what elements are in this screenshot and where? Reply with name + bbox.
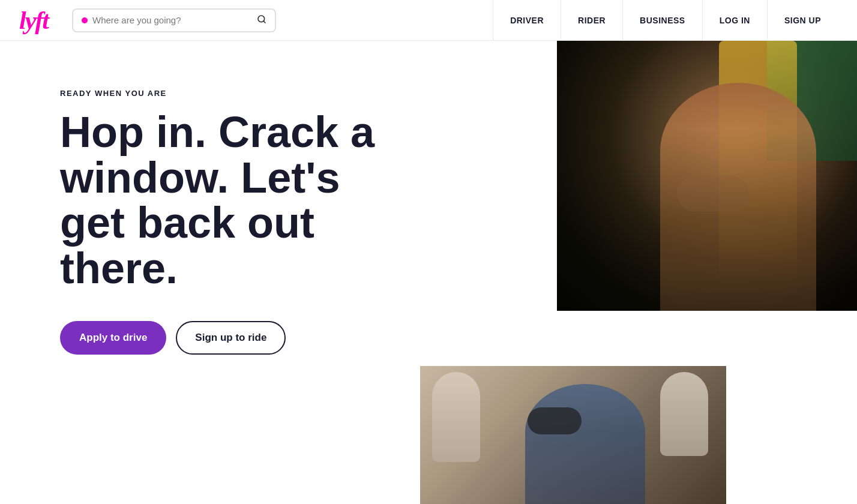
search-submit-button[interactable]	[257, 14, 266, 26]
svg-line-1	[263, 21, 265, 23]
search-input[interactable]	[92, 15, 252, 25]
nav-business[interactable]: BUSINESS	[622, 0, 702, 41]
logo[interactable]: lyft	[19, 8, 48, 33]
header: lyft DRIVER RIDER BUSINESS LOG IN SIGN U…	[0, 0, 857, 41]
nav-signup[interactable]: SIGN UP	[767, 0, 838, 41]
nav-driver[interactable]: DRIVER	[493, 0, 561, 41]
mask-overlay	[677, 176, 749, 212]
flowers-overlay	[719, 41, 797, 281]
hero-content: READY WHEN YOU ARE Hop in. Crack a windo…	[0, 41, 420, 504]
apply-to-drive-button[interactable]: Apply to drive	[60, 321, 166, 355]
nav-rider[interactable]: RIDER	[561, 0, 622, 41]
search-box	[72, 8, 276, 32]
lyft-logo-text: lyft	[19, 7, 48, 34]
driver-mask-overlay	[528, 407, 582, 434]
hero-buttons: Apply to drive Sign up to ride	[60, 321, 384, 355]
driver-silhouette	[525, 384, 645, 504]
main-nav: DRIVER RIDER BUSINESS LOG IN SIGN UP	[493, 0, 838, 41]
hero-section: READY WHEN YOU ARE Hop in. Crack a windo…	[0, 41, 857, 504]
sign-up-to-ride-button[interactable]: Sign up to ride	[176, 321, 286, 355]
driver-photo	[420, 366, 726, 504]
search-icon	[257, 14, 266, 24]
car-seat-left	[432, 372, 480, 462]
hero-images	[420, 41, 857, 504]
hero-image-driver	[420, 366, 726, 504]
search-area	[72, 8, 276, 32]
passenger-photo	[557, 41, 857, 311]
hero-headline: Hop in. Crack a window. Let's get back o…	[60, 110, 384, 291]
hero-image-passenger	[557, 41, 857, 311]
nav-login[interactable]: LOG IN	[702, 0, 767, 41]
hero-eyebrow: READY WHEN YOU ARE	[60, 89, 384, 98]
car-seat-right	[660, 372, 708, 456]
location-dot-icon	[82, 17, 88, 23]
